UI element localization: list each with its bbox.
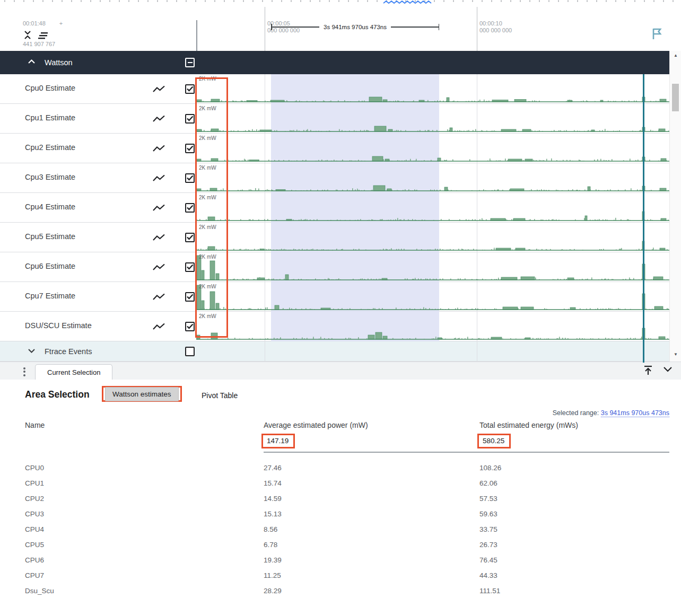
ruler-tick-label: 00:00:10000 000 000 (479, 6, 512, 48)
cell-name: CPU3 (25, 510, 264, 518)
cell-avg-power: 15.13 (264, 510, 479, 518)
track-row[interactable]: DSU/SCU Estimate2K mW (0, 312, 669, 341)
track-checkbox-checked[interactable] (185, 322, 195, 331)
cell-total-energy: 62.06 (479, 479, 669, 487)
table-totals-row: 147.19 580.25 (25, 434, 669, 453)
cell-total-energy: 108.26 (479, 464, 669, 472)
track-checkbox-checked[interactable] (185, 173, 195, 183)
line-chart-icon[interactable] (153, 204, 165, 212)
cell-total-energy: 44.33 (479, 571, 669, 579)
highlight-box-wattson-estimates: Wattson estimates (102, 386, 182, 402)
table-row: CPU027.46108.26 (25, 460, 669, 476)
scrollbar-down-arrow[interactable]: ▼ (670, 352, 681, 357)
track-checkbox-checked[interactable] (185, 292, 195, 302)
spellcheck-squiggle (383, 1, 431, 3)
line-chart-icon[interactable] (153, 115, 165, 122)
cell-name: CPU5 (25, 541, 264, 549)
group-header-ftrace[interactable]: Ftrace Events (0, 341, 669, 362)
tab-current-selection[interactable]: Current Selection (35, 364, 112, 380)
track-canvas[interactable]: 2K mW (196, 282, 669, 311)
line-chart-icon[interactable] (153, 323, 165, 330)
cell-name: CPU6 (25, 556, 264, 564)
track-checkbox-checked[interactable] (185, 84, 195, 94)
tab-wattson-estimates[interactable]: Wattson estimates (105, 387, 179, 401)
group-checkbox-indeterminate[interactable] (185, 58, 195, 67)
selected-range-label: Selected range: (553, 409, 599, 417)
track-canvas[interactable]: 2K mW (196, 134, 669, 163)
track-name: Cpu4 Estimate (25, 203, 75, 211)
track-canvas[interactable]: 2K mW (196, 223, 669, 252)
line-chart-icon[interactable] (153, 234, 165, 241)
track-row[interactable]: Cpu4 Estimate2K mW (0, 193, 669, 223)
highlight-box-scale-labels (195, 77, 228, 338)
line-chart-icon[interactable] (153, 263, 165, 271)
track-checkbox-checked[interactable] (185, 114, 195, 124)
group-checkbox-unchecked[interactable] (185, 347, 195, 356)
table-row: CPU56.7826.73 (25, 537, 669, 552)
chevron-up-icon[interactable] (28, 59, 36, 64)
track-name: Cpu3 Estimate (25, 173, 75, 181)
line-chart-icon[interactable] (153, 293, 165, 301)
track-name: Cpu5 Estimate (25, 232, 75, 241)
track-name: Cpu6 Estimate (25, 262, 75, 270)
track-rows: Cpu0 Estimate2K mWCpu1 Estimate2K mWCpu2… (0, 74, 669, 341)
track-row[interactable]: Cpu6 Estimate2K mW (0, 252, 669, 282)
cursor-marker-line (643, 74, 644, 363)
table-row: CPU315.1359.63 (25, 506, 669, 522)
track-row[interactable]: Cpu7 Estimate2K mW (0, 282, 669, 312)
timeline-scrollbar[interactable]: ▲ ▼ (669, 51, 681, 362)
table-row: Dsu_Scu28.29111.51 (25, 583, 669, 599)
track-name: Cpu1 Estimate (25, 113, 75, 122)
wattson-estimates-table: Name Average estimated power (mW) Total … (25, 421, 669, 599)
group-title: Ftrace Events (45, 347, 92, 356)
track-canvas[interactable]: 2K mW (196, 104, 669, 133)
cell-total-energy: 76.45 (479, 556, 669, 564)
table-row: CPU48.5633.75 (25, 522, 669, 537)
column-header-total-energy: Total estimated energy (mWs) (479, 421, 669, 434)
expand-panel-icon[interactable] (643, 365, 653, 376)
track-row[interactable]: Cpu2 Estimate2K mW (0, 134, 669, 163)
track-row[interactable]: Cpu1 Estimate2K mW (0, 104, 669, 134)
line-chart-icon[interactable] (153, 145, 165, 152)
track-menu-icon[interactable] (38, 32, 49, 40)
track-checkbox-checked[interactable] (185, 262, 195, 272)
cell-total-energy: 26.73 (479, 541, 669, 549)
cell-name: CPU7 (25, 571, 264, 579)
group-header-wattson[interactable]: Wattson (0, 51, 669, 74)
line-chart-icon[interactable] (153, 174, 165, 182)
drag-handle-icon[interactable] (23, 366, 25, 377)
details-panel: Area Selection Wattson estimates Pivot T… (0, 380, 681, 616)
flag-icon[interactable] (651, 28, 663, 40)
line-chart-icon[interactable] (153, 85, 165, 93)
chevron-down-icon[interactable] (28, 348, 36, 354)
cell-total-energy: 57.53 (479, 495, 669, 503)
cell-total-energy: 111.51 (479, 587, 669, 595)
table-body: CPU027.46108.26CPU115.7462.06CPU214.5957… (25, 460, 669, 599)
selected-range-link[interactable]: 3s 941ms 970us 473ns (601, 409, 669, 417)
track-row[interactable]: Cpu0 Estimate2K mW (0, 74, 669, 104)
track-checkbox-checked[interactable] (185, 233, 195, 242)
cell-avg-power: 15.74 (264, 479, 479, 487)
shell-divider-line (196, 20, 197, 51)
scrollbar-up-arrow[interactable]: ▲ (670, 53, 681, 58)
scrollbar-thumb[interactable] (672, 84, 679, 111)
track-row[interactable]: Cpu3 Estimate2K mW (0, 163, 669, 193)
track-canvas[interactable]: 2K mW (196, 193, 669, 222)
cell-total-energy: 59.63 (479, 510, 669, 518)
cell-avg-power: 28.29 (264, 587, 479, 595)
collapse-panel-chevron-icon[interactable] (663, 366, 673, 373)
table-row: CPU711.2544.33 (25, 568, 669, 583)
cell-name: CPU4 (25, 525, 264, 533)
collapse-tracks-icon[interactable] (23, 30, 32, 40)
track-canvas[interactable]: 2K mW (196, 312, 669, 341)
track-checkbox-checked[interactable] (185, 203, 195, 213)
track-row[interactable]: Cpu5 Estimate2K mW (0, 223, 669, 252)
tab-pivot-table[interactable]: Pivot Table (202, 391, 238, 400)
track-canvas[interactable]: 2K mW (196, 163, 669, 192)
table-row: CPU619.3976.45 (25, 552, 669, 568)
track-canvas[interactable]: 2K mW (196, 74, 669, 103)
track-canvas[interactable]: 2K mW (196, 252, 669, 281)
ruler-gridline (477, 7, 477, 51)
track-name: Cpu0 Estimate (25, 84, 75, 92)
track-checkbox-checked[interactable] (185, 144, 195, 153)
